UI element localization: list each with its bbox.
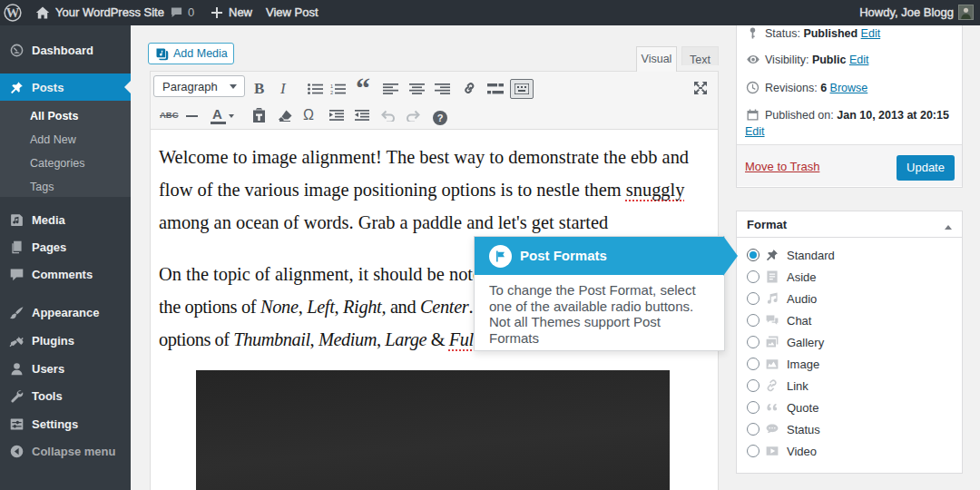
svg-text:1: 1: [330, 83, 333, 89]
svg-text:2: 2: [330, 90, 333, 95]
svg-text:W: W: [6, 5, 20, 20]
